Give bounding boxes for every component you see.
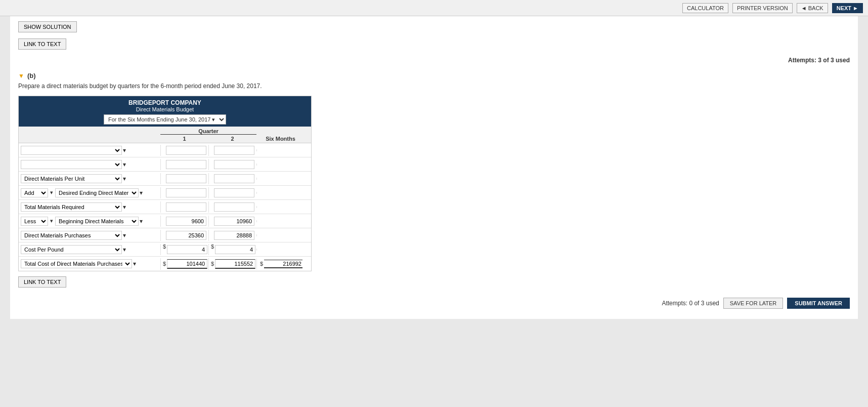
row7-q1-input[interactable] [166, 231, 206, 240]
row9-q2-input[interactable] [215, 259, 255, 269]
calculator-button[interactable]: CALCULATOR [682, 3, 728, 13]
row5-q2-input[interactable] [214, 202, 254, 212]
period-row: For the Six Months Ending June 30, 2017 … [21, 114, 309, 125]
link-to-text-button-top[interactable]: LINK TO TEXT [18, 38, 66, 50]
row-label-8: Cost Per Pound ▾ [19, 244, 160, 255]
row2-sixmonths [256, 164, 305, 166]
row9-q1-dollar: $ [163, 261, 166, 267]
save-later-button[interactable]: SAVE FOR LATER [723, 298, 784, 309]
table-row: Less ▾ Beginning Direct Materials ▾ [19, 214, 311, 228]
row6-dot: ▾ [49, 218, 54, 224]
table-header: BRIDGEPORT COMPANY Direct Materials Budg… [19, 96, 311, 127]
row8-q2-dollar: $ [211, 243, 214, 250]
col-sixmonths-header: Six Months [256, 135, 305, 143]
row1-sixmonths [256, 149, 305, 151]
attempts-top: Attempts: 3 of 3 used [18, 54, 850, 67]
row4-q2-input[interactable] [214, 188, 254, 197]
bottom-actions: Attempts: 0 of 3 used SAVE FOR LATER SUB… [18, 294, 850, 309]
row3-q1-input[interactable] [166, 174, 206, 183]
row9-q2-dollar: $ [211, 261, 214, 267]
row7-q2-input[interactable] [214, 231, 254, 240]
row8-sixmonths [256, 249, 305, 251]
row9-select[interactable]: Total Cost of Direct Materials Purchases [21, 259, 132, 268]
back-button[interactable]: ◄ BACK [797, 3, 828, 13]
row2-chevron: ▾ [123, 161, 126, 168]
row-label-3: Direct Materials Per Unit ▾ [19, 173, 160, 184]
label-spacer [19, 127, 160, 135]
row4-label-select[interactable]: Desired Ending Direct Materials [55, 188, 139, 197]
budget-title: Direct Materials Budget [21, 106, 309, 112]
col-q2-header: 2 [208, 135, 256, 143]
row6-label-select[interactable]: Beginning Direct Materials [55, 217, 139, 226]
row3-q2 [208, 173, 256, 184]
table-row: Total Cost of Direct Materials Purchases… [19, 257, 311, 271]
row5-sixmonths [256, 206, 305, 208]
row8-q1: $ [160, 244, 208, 255]
next-button[interactable]: NEXT ► [832, 3, 863, 13]
row2-q1-input[interactable] [166, 160, 206, 169]
row1-chevron: ▾ [123, 147, 126, 154]
row9-q1-input[interactable] [167, 259, 207, 269]
quarter-title-row: Quarter [19, 127, 311, 135]
row7-q1 [160, 230, 208, 241]
section-header: ▼ (b) [18, 72, 850, 79]
row1-select[interactable] [21, 146, 122, 155]
row2-q1 [160, 159, 208, 170]
row7-chevron: ▾ [123, 232, 126, 239]
col-q1-header: 1 [160, 135, 208, 143]
row4-q1 [160, 187, 208, 198]
row8-q1-dollar: $ [163, 243, 166, 250]
table-row: Add ▾ Desired Ending Direct Materials ▾ [19, 186, 311, 200]
row8-q2-input[interactable] [215, 245, 255, 254]
row3-chevron: ▾ [123, 175, 126, 182]
row4-q1-input[interactable] [166, 188, 206, 197]
row9-q2: $ [208, 258, 256, 270]
row8-q1-input[interactable] [167, 245, 207, 254]
row8-select[interactable]: Cost Per Pound [21, 245, 122, 254]
table-row: Direct Materials Per Unit ▾ [19, 172, 311, 186]
row5-select[interactable]: Total Materials Required [21, 202, 122, 212]
table-row: ▾ [19, 157, 311, 172]
table-row: Total Materials Required ▾ [19, 200, 311, 214]
row6-sixmonths [256, 220, 305, 222]
row7-select[interactable]: Direct Materials Purchases [21, 231, 122, 240]
show-solution-button[interactable]: SHOW SOLUTION [18, 21, 77, 32]
row5-q2 [208, 201, 256, 213]
row2-select[interactable] [21, 160, 122, 169]
submit-answer-button[interactable]: SUBMIT ANSWER [787, 298, 850, 309]
row4-sixmonths [256, 192, 305, 194]
row6-q1-input[interactable] [166, 217, 206, 226]
row6-chevron: ▾ [140, 218, 143, 225]
row4-prefix-select[interactable]: Add [21, 188, 48, 197]
printer-version-button[interactable]: PRINTER VERSION [732, 3, 793, 13]
row5-q1 [160, 201, 208, 213]
period-select[interactable]: For the Six Months Ending June 30, 2017 … [104, 114, 226, 125]
row5-q1-input[interactable] [166, 202, 206, 212]
row9-sixmonths: $ [256, 259, 305, 269]
row3-q2-input[interactable] [214, 174, 254, 183]
row5-chevron: ▾ [123, 204, 126, 211]
bottom-right: Attempts: 0 of 3 used SAVE FOR LATER SUB… [662, 298, 850, 309]
row6-q2 [208, 216, 256, 227]
row9-chevron: ▾ [133, 260, 136, 267]
row9-sm-input[interactable] [264, 260, 302, 268]
row8-chevron: ▾ [123, 246, 126, 253]
row1-q2 [208, 145, 256, 156]
top-bar: CALCULATOR PRINTER VERSION ◄ BACK NEXT ► [0, 0, 868, 16]
main-content: SHOW SOLUTION LINK TO TEXT Attempts: 3 o… [10, 16, 858, 319]
row1-q2-input[interactable] [214, 146, 254, 155]
row1-q1-input[interactable] [166, 146, 206, 155]
col-label-spacer [19, 135, 160, 143]
row-label-4: Add ▾ Desired Ending Direct Materials ▾ [19, 187, 160, 198]
row7-sixmonths [256, 234, 305, 236]
row3-select[interactable]: Direct Materials Per Unit [21, 174, 122, 183]
company-name: BRIDGEPORT COMPANY [21, 99, 309, 106]
row6-q2-input[interactable] [214, 217, 254, 226]
row6-q1 [160, 216, 208, 227]
row4-q2 [208, 187, 256, 198]
link-to-text-button-bottom[interactable]: LINK TO TEXT [18, 276, 66, 288]
row-label-6: Less ▾ Beginning Direct Materials ▾ [19, 216, 160, 227]
row2-q2-input[interactable] [214, 160, 254, 169]
row6-prefix-select[interactable]: Less [21, 217, 48, 226]
sixmonths-spacer [256, 127, 305, 135]
